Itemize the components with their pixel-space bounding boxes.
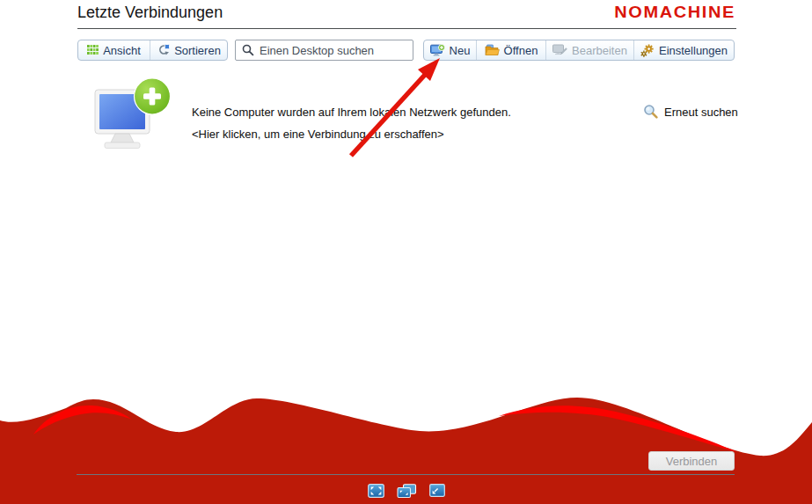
create-connection-hint[interactable]: <Hier klicken, um eine Verbindung zu ers… — [192, 128, 444, 141]
gears-icon — [640, 44, 655, 57]
page-title: Letzte Verbindungen — [77, 4, 223, 22]
view-button-label: Ansicht — [103, 44, 141, 57]
connect-button[interactable]: Verbinden — [648, 451, 735, 471]
open-folder-icon — [485, 44, 500, 56]
edit-icon — [552, 44, 567, 56]
edit-button-label: Bearbeiten — [572, 44, 627, 57]
open-button[interactable]: Öffnen — [477, 40, 546, 60]
multi-window-icon[interactable] — [397, 484, 417, 499]
view-grid-icon — [87, 45, 99, 55]
nomachine-window: Letzte Verbindungen NOMACHINE Ansicht So… — [0, 0, 812, 504]
new-button[interactable]: Neu — [424, 40, 477, 60]
toolbar-right-group: Neu Öffnen Bearbeiten — [423, 40, 735, 61]
sort-icon — [157, 44, 170, 56]
toolbar-left-group: Ansicht Sortieren — [77, 40, 228, 61]
search-input[interactable] — [235, 40, 413, 61]
search-box — [235, 40, 413, 61]
windowed-icon[interactable] — [429, 484, 445, 497]
rescan-label: Erneut suchen — [664, 106, 738, 119]
view-button[interactable]: Ansicht — [78, 40, 150, 60]
settings-button[interactable]: Einstellungen — [634, 40, 734, 60]
nomachine-logo: NOMACHINE — [614, 3, 735, 21]
edit-button[interactable]: Bearbeiten — [546, 40, 634, 60]
connect-button-label: Verbinden — [666, 455, 718, 468]
footer-divider — [77, 474, 735, 475]
rescan-button[interactable]: Erneut suchen — [643, 104, 738, 120]
sort-button[interactable]: Sortieren — [150, 40, 227, 60]
new-connection-icon — [430, 44, 445, 57]
empty-state-message: Keine Computer wurden auf Ihrem lokalen … — [192, 106, 511, 119]
fullscreen-icon[interactable] — [368, 484, 384, 498]
footer-dock — [368, 484, 445, 499]
settings-button-label: Einstellungen — [659, 44, 728, 57]
computer-add-icon[interactable] — [91, 77, 172, 151]
header-divider — [77, 28, 736, 29]
new-button-label: Neu — [450, 44, 471, 57]
open-button-label: Öffnen — [504, 44, 538, 57]
magnifier-icon — [643, 104, 659, 120]
sort-button-label: Sortieren — [174, 44, 221, 57]
